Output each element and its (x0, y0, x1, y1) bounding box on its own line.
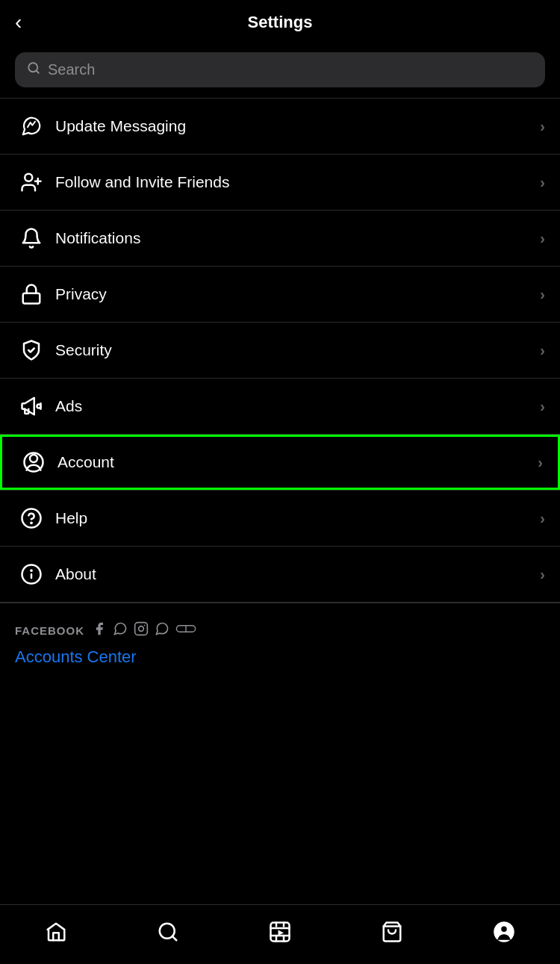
menu-item-ads[interactable]: Ads › (0, 379, 560, 434)
bell-icon (15, 227, 48, 249)
facebook-section: FACEBOOK (0, 603, 560, 677)
nav-item-profile[interactable] (448, 921, 560, 943)
svg-point-7 (30, 455, 37, 462)
account-icon (17, 451, 50, 473)
header: ‹ Settings (0, 0, 560, 45)
facebook-brand-text: FACEBOOK (15, 624, 84, 637)
facebook-brand-row: FACEBOOK (15, 621, 545, 640)
search-nav-icon (157, 921, 179, 943)
notifications-label: Notifications (48, 229, 540, 247)
chevron-icon: › (540, 174, 545, 191)
menu-item-about[interactable]: About › (0, 547, 560, 602)
home-icon (45, 921, 67, 943)
page-title: Settings (248, 13, 313, 32)
security-label: Security (48, 341, 540, 359)
reels-icon (269, 921, 291, 943)
ads-label: Ads (48, 397, 540, 415)
menu-item-help[interactable]: Help › (0, 491, 560, 546)
menu-item-notifications[interactable]: Notifications › (0, 211, 560, 266)
menu-item-security[interactable]: Security › (0, 323, 560, 378)
shop-icon (381, 921, 403, 943)
nav-item-home[interactable] (0, 921, 112, 943)
chevron-icon: › (540, 566, 545, 583)
add-person-icon (15, 171, 48, 193)
accounts-center-link[interactable]: Accounts Center (15, 647, 137, 666)
svg-point-2 (25, 174, 32, 181)
search-bar[interactable]: Search (15, 52, 545, 87)
update-messaging-label: Update Messaging (48, 117, 540, 135)
chevron-icon: › (538, 454, 543, 471)
messenger-icon (113, 621, 128, 640)
svg-line-20 (172, 936, 176, 939)
follow-invite-label: Follow and Invite Friends (48, 173, 540, 191)
menu-item-privacy[interactable]: Privacy › (0, 267, 560, 322)
back-button[interactable]: ‹ (15, 10, 22, 34)
menu-item-follow-invite[interactable]: Follow and Invite Friends › (0, 155, 560, 210)
chevron-icon: › (540, 398, 545, 415)
brand-icons (92, 621, 196, 640)
menu-item-account[interactable]: Account › (0, 435, 560, 490)
privacy-label: Privacy (48, 285, 540, 303)
lock-icon (15, 283, 48, 305)
chevron-icon: › (540, 510, 545, 527)
help-label: Help (48, 509, 540, 527)
search-container: Search (0, 45, 560, 98)
account-label: Account (50, 453, 538, 471)
svg-point-6 (37, 405, 41, 408)
svg-rect-5 (23, 293, 40, 304)
chevron-icon: › (540, 230, 545, 247)
svg-point-25 (501, 926, 507, 932)
shield-icon (15, 339, 48, 361)
chevron-icon: › (540, 118, 545, 135)
chevron-icon: › (540, 342, 545, 359)
profile-nav-icon (493, 921, 515, 943)
megaphone-icon (15, 395, 48, 417)
chevron-icon: › (540, 286, 545, 303)
svg-point-15 (139, 626, 144, 632)
help-icon (15, 507, 48, 529)
message-icon (15, 115, 48, 137)
instagram-icon (134, 621, 149, 640)
menu-item-update-messaging[interactable]: Update Messaging › (0, 99, 560, 154)
search-icon (27, 61, 40, 78)
svg-rect-14 (135, 623, 148, 635)
facebook-icon (92, 621, 107, 640)
search-placeholder: Search (48, 61, 95, 78)
svg-point-16 (144, 625, 146, 626)
nav-item-search[interactable] (112, 921, 224, 943)
about-label: About (48, 565, 540, 583)
main-content: Update Messaging › Follow and Invite Fri… (0, 98, 560, 737)
nav-item-reels[interactable] (224, 921, 336, 943)
nav-item-shop[interactable] (336, 921, 448, 943)
whatsapp-icon (155, 621, 169, 640)
quest-icon (175, 621, 196, 640)
info-icon (15, 563, 48, 585)
svg-line-1 (36, 70, 38, 72)
bottom-nav (0, 904, 560, 964)
